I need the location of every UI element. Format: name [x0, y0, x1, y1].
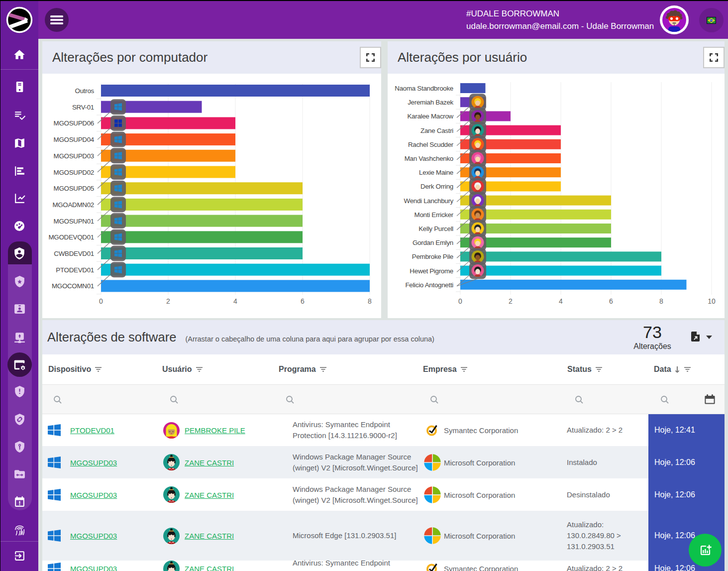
- svg-text:Outros: Outros: [75, 87, 95, 95]
- svg-text:4: 4: [559, 297, 563, 305]
- svg-text:MGOSUPD05: MGOSUPD05: [54, 185, 94, 192]
- svg-text:0: 0: [458, 297, 462, 305]
- svg-text:Jeremiah Bazek: Jeremiah Bazek: [408, 99, 453, 106]
- svg-text:Felicio Antognetti: Felicio Antognetti: [405, 281, 453, 289]
- svg-text:Hewet Pigrome: Hewet Pigrome: [410, 267, 453, 275]
- svg-text:SRV-01: SRV-01: [72, 104, 94, 111]
- svg-text:Pembroke Pile: Pembroke Pile: [412, 253, 453, 260]
- svg-text:PTODEVD01: PTODEVD01: [56, 266, 94, 274]
- svg-text:2: 2: [509, 297, 513, 305]
- svg-text:MGOSUPD04: MGOSUPD04: [54, 136, 95, 143]
- svg-text:CWBDEVD01: CWBDEVD01: [54, 250, 94, 257]
- svg-text:Monti Erricker: Monti Erricker: [415, 211, 454, 219]
- svg-text:Naoma Standbrooke: Naoma Standbrooke: [395, 85, 453, 92]
- svg-text:MGOADMN02: MGOADMN02: [52, 201, 94, 209]
- svg-text:6: 6: [301, 297, 305, 305]
- svg-text:8: 8: [659, 297, 663, 305]
- svg-text:MGOSUPD03: MGOSUPD03: [54, 152, 94, 160]
- svg-text:Wendi Lanchbury: Wendi Lanchbury: [404, 197, 454, 205]
- svg-text:Lexie Maine: Lexie Maine: [419, 169, 453, 176]
- svg-text:Kelly Purcell: Kelly Purcell: [418, 225, 453, 232]
- svg-text:Derk Orring: Derk Orring: [420, 183, 453, 190]
- svg-text:6: 6: [609, 297, 613, 305]
- svg-text:10: 10: [708, 297, 716, 305]
- svg-text:4: 4: [233, 297, 237, 305]
- svg-text:Gordan Emlyn: Gordan Emlyn: [413, 239, 453, 246]
- svg-text:MGOSUPD06: MGOSUPD06: [54, 119, 94, 127]
- svg-text:Zane Castri: Zane Castri: [420, 127, 453, 134]
- svg-text:MGODEVQD01: MGODEVQD01: [49, 233, 95, 241]
- svg-text:MGOSUPN01: MGOSUPN01: [54, 218, 94, 225]
- svg-text:0: 0: [99, 297, 103, 305]
- svg-text:8: 8: [368, 297, 372, 305]
- svg-text:Rachel Scudder: Rachel Scudder: [408, 141, 454, 148]
- svg-text:MGOSUPD02: MGOSUPD02: [54, 169, 94, 176]
- svg-text:2: 2: [166, 297, 170, 305]
- svg-text:Man Vashchenko: Man Vashchenko: [405, 155, 453, 162]
- svg-text:Karalee Macrow: Karalee Macrow: [407, 113, 453, 120]
- svg-text:MGOCOMN01: MGOCOMN01: [52, 282, 94, 290]
